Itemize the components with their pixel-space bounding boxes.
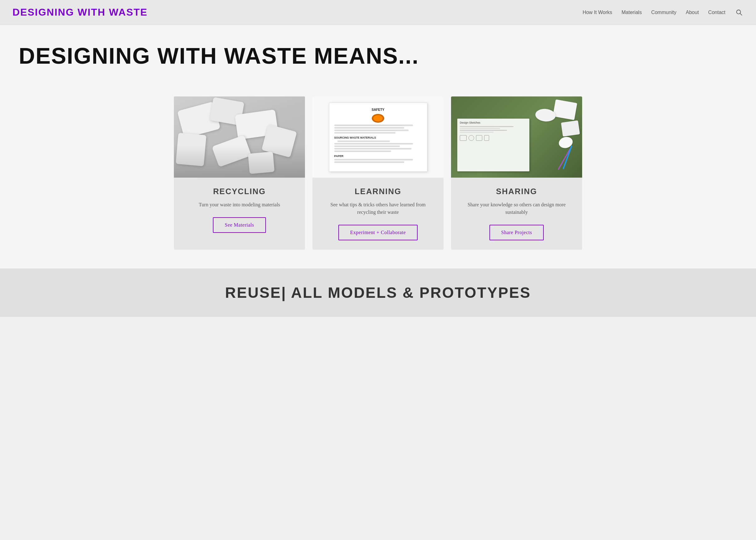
main-nav: How It Works Materials Community About C…: [582, 8, 743, 17]
site-logo: Designing With Waste: [13, 7, 148, 18]
card-sharing-image: Design Sketches: [451, 96, 582, 178]
card-sharing-desc: Share your knowledge so others can desig…: [460, 201, 573, 216]
nav-community[interactable]: Community: [651, 10, 677, 15]
hero-title: Designing With Waste Means...: [19, 44, 737, 68]
card-recycling-title: Recycling: [213, 187, 266, 196]
search-icon: [736, 9, 743, 16]
svg-line-1: [740, 13, 742, 15]
foam-piece-1: [553, 99, 577, 120]
cards-section: Recycling Turn your waste into modeling …: [0, 96, 756, 268]
card-learning-title: Learning: [355, 187, 401, 196]
card-recycling: Recycling Turn your waste into modeling …: [174, 96, 305, 250]
nav-contact[interactable]: Contact: [708, 10, 725, 15]
nav-about[interactable]: About: [686, 10, 699, 15]
nav-materials[interactable]: Materials: [621, 10, 642, 15]
card-learning-desc: See what tips & tricks others have learn…: [321, 201, 435, 216]
mask-icon: [372, 114, 384, 123]
foam-piece-3: [535, 108, 556, 122]
doc-paper-header: PAPER: [334, 155, 422, 158]
card-learning: SAFETY SOURCING WASTE MATERIALS PAPER: [313, 96, 443, 250]
card-sharing-content: Sharing Share your knowledge so others c…: [451, 178, 582, 250]
paper-sketch: Design Sketches: [457, 119, 529, 171]
hero-section: Designing With Waste Means...: [0, 25, 756, 96]
foam-piece-2: [561, 120, 580, 137]
card-recycling-desc: Turn your waste into modeling materials: [199, 201, 280, 208]
footer-banner: Reuse| All Models & Prototypes: [0, 268, 756, 317]
site-header: Designing With Waste How It Works Materi…: [0, 0, 756, 25]
footer-title: Reuse| All Models & Prototypes: [13, 284, 743, 301]
doc-safety-header: SAFETY: [334, 108, 422, 111]
search-button[interactable]: [735, 8, 743, 17]
card-learning-content: Learning See what tips & tricks others h…: [313, 178, 443, 250]
card-sharing: Design Sketches: [451, 96, 582, 250]
doc-sourcing-header: SOURCING WASTE MATERIALS: [334, 136, 422, 139]
card-sharing-title: Sharing: [496, 187, 537, 196]
card-learning-image: SAFETY SOURCING WASTE MATERIALS PAPER: [313, 96, 443, 178]
see-materials-button[interactable]: See Materials: [213, 217, 266, 233]
share-projects-button[interactable]: Share Projects: [489, 225, 544, 240]
card-recycling-content: Recycling Turn your waste into modeling …: [174, 178, 305, 250]
nav-how-it-works[interactable]: How It Works: [582, 10, 612, 15]
experiment-collaborate-button[interactable]: Experiment + Collaborate: [338, 225, 418, 240]
svg-point-0: [737, 10, 741, 14]
card-recycling-image: [174, 96, 305, 178]
